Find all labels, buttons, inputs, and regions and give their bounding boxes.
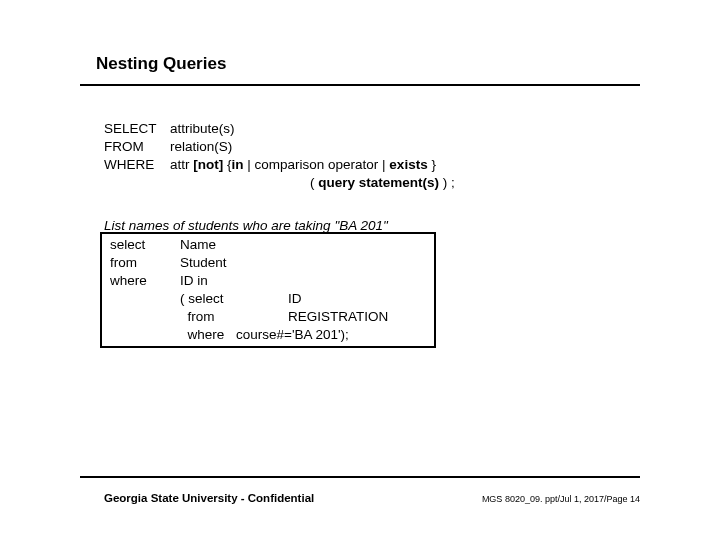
slide: Nesting Queries SELECTattribute(s) FROMr… (0, 0, 720, 540)
ex-val-where: ID in (180, 273, 208, 288)
rule-top (80, 84, 640, 86)
val-from: relation(S) (170, 139, 232, 154)
query-stmt-bold: query statement(s) (318, 175, 439, 190)
ex-sub-val-where: course#='BA 201'); (236, 327, 349, 342)
val-where-post: } (428, 157, 436, 172)
val-select: attribute(s) (170, 121, 235, 136)
syntax-where-row: WHEREattr [not] {in | comparison operato… (104, 156, 455, 174)
syntax-block: SELECTattribute(s) FROMrelation(S) WHERE… (104, 120, 455, 192)
example-block: selectName fromStudent whereID in ( sele… (110, 236, 388, 344)
val-where-exists: exists (389, 157, 427, 172)
kw-select: SELECT (104, 120, 170, 138)
ex-where-row: whereID in (110, 272, 388, 290)
ex-sub-val-from: REGISTRATION (288, 309, 388, 324)
syntax-from-row: FROMrelation(S) (104, 138, 455, 156)
val-where-mid1: { (223, 157, 231, 172)
ex-val-from: Student (180, 255, 227, 270)
query-stmt-post: ) ; (439, 175, 455, 190)
ex-kw-where: where (110, 272, 180, 290)
ex-sub-kw-from: from (180, 308, 288, 326)
ex-sub-val-select: ID (288, 291, 302, 306)
kw-where: WHERE (104, 156, 170, 174)
ex-select-row: selectName (110, 236, 388, 254)
val-where-in: in (232, 157, 244, 172)
kw-from: FROM (104, 138, 170, 156)
ex-sub-select-row: ( selectID (110, 290, 388, 308)
val-where-pre: attr (170, 157, 193, 172)
syntax-querystmt-row: ( query statement(s) ) ; (104, 174, 455, 192)
slide-title: Nesting Queries (96, 54, 226, 74)
ex-sub-kw-where: where (180, 326, 236, 344)
ex-sub-where-row: wherecourse#='BA 201'); (110, 326, 388, 344)
val-where-not: [not] (193, 157, 223, 172)
ex-val-select: Name (180, 237, 216, 252)
ex-from-row: fromStudent (110, 254, 388, 272)
ex-kw-select: select (110, 236, 180, 254)
ex-sub-from-row: fromREGISTRATION (110, 308, 388, 326)
ex-sub-kw-select: ( select (180, 290, 288, 308)
val-where-mid2: | comparison operator | (244, 157, 390, 172)
rule-bottom (80, 476, 640, 478)
ex-kw-from: from (110, 254, 180, 272)
syntax-select-row: SELECTattribute(s) (104, 120, 455, 138)
example-prompt: List names of students who are taking "B… (104, 218, 388, 233)
footer-left: Georgia State University - Confidential (104, 492, 314, 504)
query-stmt-pre: ( (310, 175, 318, 190)
footer-right: MGS 8020_09. ppt/Jul 1, 2017/Page 14 (482, 494, 640, 504)
